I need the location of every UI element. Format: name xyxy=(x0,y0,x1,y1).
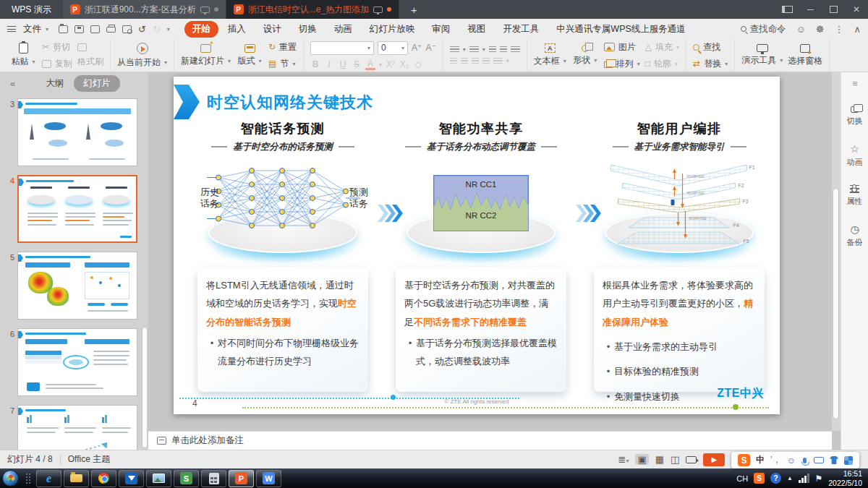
sidebar-scrollbar-thumb[interactable] xyxy=(142,327,148,448)
grow-font-button[interactable]: A⁺ xyxy=(412,43,422,53)
reset-button[interactable]: ↻重置 xyxy=(268,41,297,53)
screen-record-icon[interactable] xyxy=(686,456,697,463)
format-painter-icon-button[interactable] xyxy=(77,43,103,51)
presentation-tools-button[interactable]: 演示工具▾ xyxy=(741,44,783,67)
slide-thumbnail-3[interactable]: 3 xyxy=(3,98,148,166)
taskbar-zte-app-button[interactable] xyxy=(119,470,144,487)
decrease-indent-icon[interactable] xyxy=(489,46,496,53)
new-slide-button[interactable]: 新建幻灯片▾ xyxy=(181,44,231,67)
slideshow-play-button[interactable]: ▶ xyxy=(703,453,725,466)
fill-button[interactable]: △填充▾ xyxy=(645,41,679,53)
taskbar-chrome-button[interactable] xyxy=(91,470,116,487)
paste-button[interactable]: 粘贴▾ xyxy=(9,43,37,68)
new-tab-button[interactable]: + xyxy=(399,0,429,19)
app-logo[interactable]: WPS 演示 xyxy=(0,0,63,19)
numbering-icon[interactable] xyxy=(469,46,479,53)
line-spacing-icon[interactable] xyxy=(493,58,503,65)
maximize-icon[interactable] xyxy=(822,0,845,19)
justify-icon[interactable] xyxy=(482,58,490,65)
replace-button[interactable]: ⇄替换▾ xyxy=(693,58,728,70)
font-family-combobox[interactable]: ▾ xyxy=(310,41,374,55)
ime-punctuation-mode[interactable]: ’， xyxy=(770,454,781,466)
menu-tab-view[interactable]: 视图 xyxy=(459,21,493,38)
canvas-scrollbar[interactable] xyxy=(832,72,841,431)
export-icon[interactable] xyxy=(90,25,100,33)
taskbar-calculator-button[interactable] xyxy=(201,470,226,487)
menu-tab-review[interactable]: 审阅 xyxy=(424,21,458,38)
selection-pane-button[interactable]: 选择窗格 xyxy=(788,44,822,67)
slide-thumbnail-7[interactable]: 7 xyxy=(3,405,148,450)
dock-window-icon[interactable] xyxy=(775,0,799,19)
slide-thumbnail-6[interactable]: 6 xyxy=(3,328,148,396)
taskbar-photos-button[interactable] xyxy=(146,470,171,487)
slide-4[interactable]: 时空认知网络关键技术 智能话务预测 基于时空分布的话务预测 历史话务 预测话务 … xyxy=(174,77,780,414)
slide-thumbnail-4-selected[interactable]: 4 xyxy=(3,175,148,243)
font-color-button[interactable]: A xyxy=(365,59,375,70)
column-user-orchestration[interactable]: 智能用户编排 基于业务需求智能导引 xyxy=(594,120,765,392)
menu-tab-transition[interactable]: 切换 xyxy=(291,21,325,38)
reading-view-icon[interactable]: ◫ xyxy=(671,455,679,464)
collapse-panel-icon[interactable]: « xyxy=(10,78,15,89)
redo-icon[interactable]: ↻ xyxy=(153,25,161,34)
taskbar-clock[interactable]: 16:51 2022/5/10 xyxy=(828,469,862,487)
find-command[interactable]: 查找命令 xyxy=(741,23,786,35)
tray-language-indicator[interactable]: CH xyxy=(736,474,748,483)
open-icon[interactable] xyxy=(59,25,68,33)
notes-toggle-icon[interactable]: ≣▾ xyxy=(618,455,629,464)
shapes-button[interactable]: 形状▾ xyxy=(571,45,599,67)
present-mode-icon[interactable] xyxy=(200,7,210,13)
slides-tab-active[interactable]: 幻灯片 xyxy=(74,75,120,92)
undo-icon[interactable]: ↺ xyxy=(138,25,146,34)
voice-input-icon[interactable] xyxy=(803,458,807,463)
collapse-ribbon-icon[interactable]: ∧ xyxy=(854,24,861,35)
textbox-button[interactable]: A文本框▾ xyxy=(534,43,566,67)
assistant-icon[interactable]: ☺ xyxy=(796,24,806,35)
menu-tab-slideshow[interactable]: 幻灯片放映 xyxy=(362,21,423,38)
notes-placeholder[interactable]: 单击此处添加备注 xyxy=(171,435,244,447)
arrange-button[interactable]: 排列▾ xyxy=(604,58,640,70)
font-size-combobox[interactable]: 0▾ xyxy=(378,41,408,55)
ime-menu-icon[interactable] xyxy=(844,456,853,465)
outline-tab[interactable]: 大纲 xyxy=(46,77,64,90)
print-preview-icon[interactable] xyxy=(122,25,132,33)
save-icon[interactable] xyxy=(75,25,84,33)
document-tab-2-active[interactable]: P 浙江电信时空认...e_热力图添加 xyxy=(226,0,399,19)
layout-button[interactable]: 版式▾ xyxy=(236,44,263,67)
cut-button[interactable]: ✂剪切 xyxy=(42,41,72,53)
sogou-logo-icon[interactable]: S xyxy=(738,454,750,466)
align-center-icon[interactable] xyxy=(461,58,468,65)
emoji-icon[interactable]: ☺ xyxy=(787,455,796,466)
slide-title[interactable]: 时空认知网络关键技术 xyxy=(207,92,373,114)
clear-format-icon[interactable]: ◇ xyxy=(413,59,423,69)
superscript-button[interactable]: X² xyxy=(386,59,396,69)
find-button[interactable]: 查找 xyxy=(693,41,728,53)
ime-language-mode[interactable]: 中 xyxy=(756,454,765,466)
column-traffic-prediction[interactable]: 智能话务预测 基于时空分布的话务预测 历史话务 预测话务 将LSTM引入无线通信… xyxy=(197,120,368,392)
copy-button[interactable]: 复制 xyxy=(42,58,72,70)
increase-indent-icon[interactable] xyxy=(500,46,507,53)
strikethrough-button[interactable]: S xyxy=(352,59,362,69)
notes-bar[interactable]: 单击此处添加备注 xyxy=(148,431,832,450)
taskbar-wps-sheets-button[interactable]: S xyxy=(174,470,199,487)
bold-button[interactable]: B xyxy=(310,59,320,69)
chevron-down-icon[interactable]: ▾ xyxy=(46,26,48,33)
play-from-current-button[interactable]: 从当前开始▾ xyxy=(117,43,167,69)
column-power-sharing[interactable]: 智能功率共享 基于话务分布动态调节覆盖 NR CC1 NR CC2 xyxy=(396,120,566,392)
tray-expand-icon[interactable]: ▲ xyxy=(787,475,793,481)
menu-tab-design[interactable]: 设计 xyxy=(255,21,289,38)
normal-view-icon[interactable]: ▣ xyxy=(635,454,648,465)
menu-tab-devtools[interactable]: 开发工具 xyxy=(495,21,547,38)
taskbar-wps-writer-button[interactable]: W xyxy=(256,470,281,487)
subscript-button[interactable]: X₂ xyxy=(399,59,409,69)
close-icon[interactable]: ✕ xyxy=(845,0,868,19)
picture-button[interactable]: 图片 xyxy=(604,41,640,53)
start-button[interactable] xyxy=(2,470,19,487)
document-tab-1[interactable]: P 浙江联通900...方案-区县分析 xyxy=(63,0,226,19)
menu-tab-zte-service[interactable]: 中兴通讯专属WPS线上服务通道 xyxy=(548,21,693,38)
network-signal-icon[interactable] xyxy=(799,474,809,483)
section-button[interactable]: ▤节▾ xyxy=(268,58,297,70)
panel-menu-icon[interactable]: ≡ xyxy=(852,78,857,89)
tray-sogou-icon[interactable]: S xyxy=(754,473,765,484)
taskbar-wps-presentation-button[interactable]: P xyxy=(229,470,254,487)
print-icon[interactable] xyxy=(106,27,116,33)
